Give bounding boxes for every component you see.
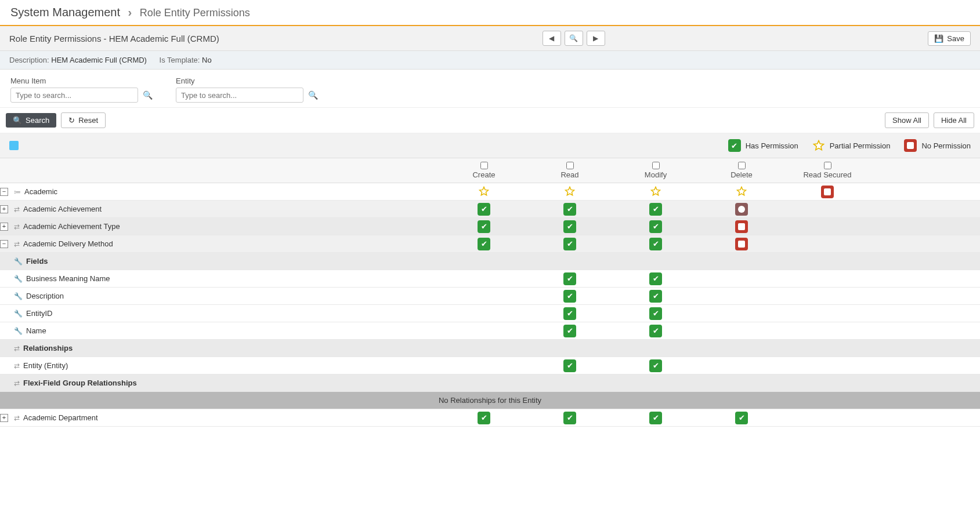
expand-icon[interactable]: +: [0, 205, 8, 213]
col-delete-checkbox[interactable]: [738, 162, 746, 169]
row-label: Academic Department: [23, 413, 98, 422]
partial-permission-icon[interactable]: [563, 185, 576, 198]
entity-icon: ≔: [14, 188, 21, 196]
has-permission-icon[interactable]: ✔: [649, 359, 662, 372]
reset-button[interactable]: ↻ Reset: [61, 112, 106, 128]
has-permission-icon[interactable]: ✔: [563, 220, 576, 233]
row-label: Flexi-Field Group Relationships: [23, 379, 137, 387]
collapse-icon[interactable]: −: [0, 240, 8, 248]
entity-input[interactable]: [176, 88, 303, 103]
chevron-right-icon: ›: [128, 6, 132, 19]
row-label: Academic Achievement: [23, 205, 102, 213]
description-label: Description:: [9, 56, 49, 64]
entity-icon: 🔧: [14, 275, 23, 283]
no-permission-icon[interactable]: [735, 220, 748, 233]
menu-item-filter: Menu Item 🔍: [10, 77, 153, 103]
has-permission-icon[interactable]: ✔: [563, 359, 576, 372]
template-value: No: [202, 56, 212, 64]
filter-bar: Menu Item 🔍 Entity 🔍: [0, 70, 980, 108]
column-headers: Create Read Modify Delete Read Secured: [0, 158, 980, 183]
partial-permission-icon[interactable]: [478, 185, 490, 198]
breadcrumb-root[interactable]: System Management: [10, 6, 120, 19]
zoom-button[interactable]: 🔍: [565, 31, 583, 46]
has-permission-icon[interactable]: ✔: [563, 412, 576, 424]
col-modify-checkbox[interactable]: [652, 162, 660, 169]
has-permission-icon[interactable]: ✔: [563, 325, 576, 337]
menu-item-input[interactable]: [10, 88, 138, 103]
legend-bar: ✔ Has Permission Partial Permission No P…: [0, 133, 980, 158]
partial-permission-icon[interactable]: [735, 185, 748, 198]
legend-partial: Partial Permission: [812, 139, 891, 152]
has-permission-icon[interactable]: ✔: [563, 238, 576, 250]
check-icon: ✔: [728, 139, 741, 152]
row-label: Academic Achievement Type: [23, 222, 120, 231]
table-row: 🔧Fields: [0, 253, 980, 270]
action-bar: 🔍 Search ↻ Reset Show All Hide All: [0, 108, 980, 133]
selection-chip[interactable]: [9, 141, 19, 150]
no-permission-icon[interactable]: [735, 203, 748, 216]
has-permission-icon[interactable]: ✔: [649, 238, 662, 250]
save-button[interactable]: 💾 Save: [928, 31, 971, 46]
title-bar: Role Entity Permissions - HEM Academic F…: [0, 26, 980, 51]
col-read-checkbox[interactable]: [566, 162, 574, 169]
table-row: 🔧EntityID✔✔: [0, 305, 980, 322]
legend-has: ✔ Has Permission: [728, 139, 798, 152]
table-row: +⇄Academic Department✔✔✔✔: [0, 409, 980, 427]
search-button[interactable]: 🔍 Search: [6, 113, 56, 128]
has-permission-icon[interactable]: ✔: [735, 412, 748, 424]
has-permission-icon[interactable]: ✔: [649, 272, 662, 285]
row-label: Entity (Entity): [23, 361, 68, 370]
entity-icon: ⇄: [14, 240, 20, 248]
has-permission-icon[interactable]: ✔: [649, 412, 662, 424]
hide-all-label: Hide All: [941, 116, 967, 125]
entity-icon: ⇄: [14, 205, 20, 213]
collapse-icon[interactable]: −: [0, 188, 8, 196]
col-modify: Modify: [613, 162, 699, 179]
table-row: ⇄Relationships: [0, 340, 980, 357]
has-permission-icon[interactable]: ✔: [563, 307, 576, 320]
table-row: 🔧Name✔✔: [0, 322, 980, 340]
has-permission-icon[interactable]: ✔: [563, 290, 576, 303]
svg-marker-0: [813, 141, 823, 150]
has-permission-icon[interactable]: ✔: [478, 220, 490, 233]
search-icon[interactable]: 🔍: [308, 90, 318, 100]
entity-icon: 🔧: [14, 327, 23, 335]
expand-icon[interactable]: +: [0, 223, 8, 231]
col-create: Create: [441, 162, 527, 179]
has-permission-icon[interactable]: ✔: [563, 203, 576, 216]
entity-icon: ⇄: [14, 379, 20, 387]
has-permission-icon[interactable]: ✔: [563, 272, 576, 285]
svg-marker-3: [652, 187, 660, 195]
search-icon[interactable]: 🔍: [143, 90, 153, 100]
partial-permission-icon[interactable]: [649, 185, 662, 198]
legend-has-label: Has Permission: [746, 141, 798, 150]
prev-record-button[interactable]: ◀: [543, 31, 561, 46]
has-permission-icon[interactable]: ✔: [478, 412, 490, 424]
has-permission-icon[interactable]: ✔: [478, 203, 490, 216]
template-label: Is Template:: [160, 56, 200, 64]
breadcrumb-page: Role Entity Permissions: [140, 7, 250, 19]
next-record-button[interactable]: ▶: [587, 31, 605, 46]
has-permission-icon[interactable]: ✔: [649, 325, 662, 337]
expand-icon[interactable]: +: [0, 414, 8, 422]
no-permission-icon[interactable]: [821, 186, 834, 198]
search-icon: 🔍: [13, 116, 22, 125]
has-permission-icon[interactable]: ✔: [478, 238, 490, 250]
col-create-checkbox[interactable]: [480, 162, 488, 169]
menu-item-label: Menu Item: [10, 77, 153, 85]
table-row: ⇄Entity (Entity)✔✔: [0, 357, 980, 375]
no-permission-icon[interactable]: [735, 238, 748, 250]
table-row: +⇄Academic Achievement✔✔✔: [0, 201, 980, 218]
has-permission-icon[interactable]: ✔: [649, 290, 662, 303]
has-permission-icon[interactable]: ✔: [649, 203, 662, 216]
show-all-button[interactable]: Show All: [885, 112, 929, 128]
col-read-secured-checkbox[interactable]: [824, 162, 831, 169]
entity-icon: 🔧: [14, 292, 23, 300]
has-permission-icon[interactable]: ✔: [649, 220, 662, 233]
table-row: −≔Academic: [0, 183, 980, 201]
hide-all-button[interactable]: Hide All: [934, 112, 974, 128]
message-text: No Relationships for this Entity: [0, 396, 980, 405]
has-permission-icon[interactable]: ✔: [649, 307, 662, 320]
table-row: ⇄Flexi-Field Group Relationships: [0, 375, 980, 392]
col-delete: Delete: [699, 162, 784, 179]
